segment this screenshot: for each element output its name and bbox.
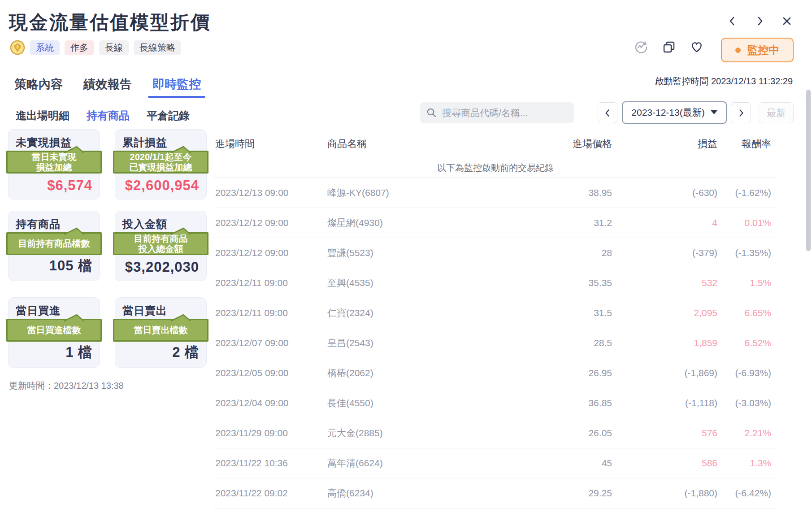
favorite-button[interactable] — [689, 39, 704, 55]
card-value: 1 檔 — [65, 343, 92, 362]
date-dropdown[interactable]: 2023-12-13(最新) — [622, 101, 727, 124]
latest-button[interactable]: 最新 — [759, 102, 794, 123]
card-value: $2,600,954 — [125, 178, 199, 194]
card-title: 當日買進 — [16, 304, 61, 318]
cell-entry-price: 26.05 — [439, 428, 612, 439]
caret-down-icon — [711, 110, 717, 115]
card-title: 累計損益 — [122, 135, 167, 150]
table-header: 進場時間 商品名稱 進場價格 損益 報酬率 — [213, 130, 778, 158]
card-tooltip-line: 目前持有商品檔數 — [18, 239, 90, 249]
table-row[interactable]: 2023/11/29 09:00 元大金(2885) 26.05 576 2.2… — [213, 418, 778, 448]
card-tooltip: 當日賣出檔數 — [113, 319, 208, 342]
cell-product-name: 長佳(4550) — [327, 397, 439, 409]
strategy-tag: 長線 — [99, 40, 129, 55]
tooltip-notch-icon — [170, 227, 191, 235]
table-row[interactable]: 2023/12/04 09:00 長佳(4550) 36.85 (-1,118)… — [213, 388, 778, 418]
col-product-name: 商品名稱 — [327, 137, 439, 151]
sub-tab[interactable]: 持有商品 — [87, 109, 130, 123]
card-tooltip-line: 當日買進檔數 — [27, 325, 81, 335]
heart-icon — [690, 40, 704, 54]
window-forward-button[interactable] — [753, 14, 767, 28]
cell-entry-time: 2023/12/04 09:00 — [213, 398, 327, 408]
cell-entry-time: 2023/12/11 09:00 — [213, 308, 327, 318]
card-value: $3,202,030 — [125, 259, 199, 275]
card-tooltip-line: 當日賣出檔數 — [134, 325, 188, 335]
table-row[interactable]: 2023/12/05 09:00 橋椿(2062) 26.95 (-1,869)… — [213, 358, 778, 388]
summary-card: 持有商品 目前持有商品檔數 105 檔 — [8, 211, 100, 281]
table-row[interactable]: 2023/12/13 09:00 峰源-KY(6807) 38.95 (-630… — [213, 178, 778, 208]
cell-product-name: 高僑(6234) — [327, 487, 439, 499]
cell-entry-price: 31.5 — [439, 308, 612, 318]
cell-product-name: 至興(4535) — [327, 277, 439, 289]
tooltip-notch-icon — [63, 313, 85, 321]
cell-entry-price: 36.85 — [439, 398, 612, 408]
card-value: $6,574 — [47, 178, 92, 194]
main-tab[interactable]: 策略內容 — [14, 72, 63, 97]
table-row[interactable]: 2023/12/11 09:00 仁寶(2324) 31.5 2,095 6.6… — [213, 298, 778, 328]
table-row[interactable]: 2023/12/07 09:00 皇昌(2543) 28.5 1,859 6.5… — [213, 328, 778, 358]
window-back-button[interactable] — [725, 14, 739, 28]
pre-monitor-notice: 以下為監控啟動前的交易紀錄 — [213, 158, 778, 178]
table-row[interactable]: 2023/12/12 09:00 豐謙(5523) 28 (-379) (-1.… — [213, 238, 778, 268]
strategy-tags: 系統作多長線長線策略 — [10, 40, 181, 55]
cell-product-name: 燦星網(4930) — [327, 217, 439, 229]
table-body: 2023/12/13 09:00 峰源-KY(6807) 38.95 (-630… — [213, 178, 778, 508]
col-return: 報酬率 — [717, 137, 771, 151]
summary-card: 累計損益 2020/1/1起至今已實現損益加總 $2,600,954 — [115, 129, 207, 200]
cell-entry-price: 29.25 — [439, 488, 612, 499]
col-pnl: 損益 — [612, 137, 717, 151]
table-row[interactable]: 2023/11/22 09:02 高僑(6234) 29.25 (-1,880)… — [213, 478, 778, 508]
main-tab[interactable]: 即時監控 — [152, 72, 201, 97]
date-dropdown-value: 2023-12-13(最新) — [631, 106, 704, 119]
table-row[interactable]: 2023/12/12 09:00 燦星網(4930) 31.2 4 0.01% — [213, 208, 778, 238]
card-value: 105 檔 — [49, 256, 92, 275]
cell-entry-time: 2023/12/12 09:00 — [213, 217, 327, 228]
sub-tab[interactable]: 進出場明細 — [16, 109, 69, 123]
update-time: 更新時間：2023/12/13 13:38 — [9, 380, 124, 392]
monitoring-dot-icon — [735, 48, 741, 53]
copy-button[interactable] — [661, 39, 677, 55]
monitoring-status-button[interactable]: 監控中 — [721, 38, 794, 62]
chevron-right-icon — [754, 15, 766, 27]
card-title: 投入金額 — [122, 217, 167, 231]
cell-pnl: (-630) — [612, 187, 717, 198]
card-tooltip: 目前持有商品檔數 — [6, 232, 102, 255]
cell-return: (-1.35%) — [717, 247, 771, 258]
tooltip-notch-icon — [63, 145, 85, 153]
page-title: 現金流量估值模型折價 — [9, 10, 211, 35]
window-close-button[interactable] — [780, 14, 794, 28]
cell-return: 1.5% — [717, 278, 771, 288]
date-prev-button[interactable] — [598, 102, 617, 123]
cell-pnl: (-1,118) — [612, 398, 717, 408]
rerun-button[interactable] — [634, 39, 649, 55]
main-tab[interactable]: 績效報告 — [83, 72, 132, 97]
col-entry-time: 進場時間 — [213, 137, 327, 151]
table-row[interactable]: 2023/11/22 10:36 萬年清(6624) 45 586 1.3% — [213, 448, 778, 478]
vertical-scrollbar[interactable] — [806, 90, 811, 251]
cell-entry-time: 2023/12/11 09:00 — [213, 278, 327, 288]
cell-entry-time: 2023/12/12 09:00 — [213, 247, 327, 258]
cell-product-name: 萬年清(6624) — [327, 457, 439, 469]
search-input[interactable] — [441, 107, 568, 119]
cell-entry-price: 35.35 — [439, 278, 612, 288]
monitoring-label: 監控中 — [747, 43, 780, 57]
chevron-left-icon — [726, 15, 738, 27]
cell-return: (-6.42%) — [717, 488, 771, 499]
cell-return: 6.65% — [717, 308, 771, 318]
cell-return: 1.3% — [717, 458, 771, 469]
search-box[interactable] — [420, 102, 574, 123]
strategy-tag: 作多 — [65, 40, 94, 55]
cell-pnl: (-1,869) — [612, 368, 717, 378]
cell-return: (-6.93%) — [717, 368, 771, 378]
holdings-table: 進場時間 商品名稱 進場價格 損益 報酬率 以下為監控啟動前的交易紀錄 2023… — [213, 130, 778, 508]
table-row[interactable]: 2023/12/11 09:00 至興(4535) 35.35 532 1.5% — [213, 268, 778, 298]
card-title: 當日賣出 — [122, 304, 167, 318]
card-tooltip: 當日未實現損益加總 — [6, 151, 102, 174]
cell-pnl: (-379) — [612, 247, 717, 258]
sub-tab[interactable]: 平倉記錄 — [147, 109, 190, 123]
cell-entry-price: 31.2 — [439, 217, 612, 228]
date-next-button[interactable] — [731, 102, 751, 123]
cell-pnl: 4 — [612, 217, 717, 228]
search-icon — [426, 108, 437, 118]
strategy-tag: 系統 — [30, 40, 60, 55]
